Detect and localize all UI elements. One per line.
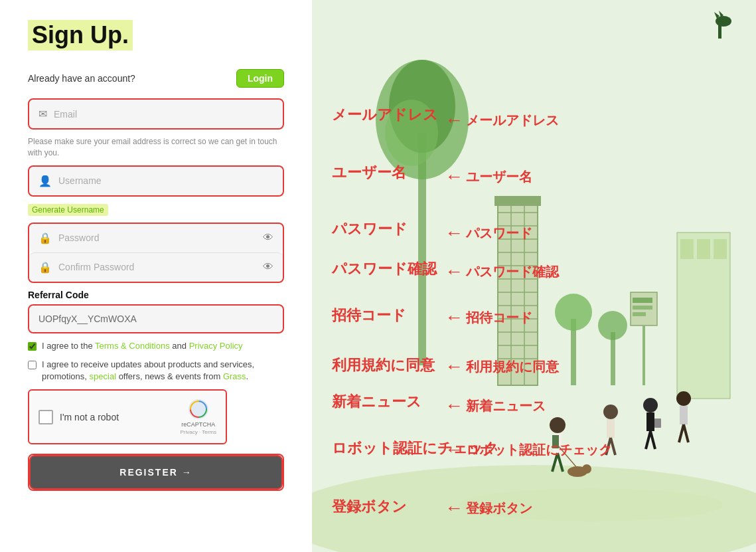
svg-rect-29 [697, 239, 710, 259]
username-field-group: 👤 [28, 165, 284, 197]
svg-rect-30 [714, 239, 727, 259]
svg-rect-53 [643, 325, 645, 385]
privacy-link[interactable]: Privacy Policy [189, 341, 243, 351]
recaptcha-logo-icon [188, 399, 209, 420]
svg-rect-44 [646, 413, 654, 431]
terms-checkbox-row: I agree to the Terms & Conditions and Pr… [28, 340, 284, 352]
arrow-terms: ← 利用規約に同意 [445, 356, 559, 377]
recaptcha-left: I'm not a robot [38, 410, 119, 424]
recaptcha-brand-text: reCAPTCHA [181, 421, 215, 428]
svg-point-24 [555, 294, 592, 331]
login-button[interactable]: Login [236, 69, 284, 88]
referral-label: Referral Code [28, 290, 284, 300]
svg-rect-54 [633, 298, 652, 303]
recaptcha-links: Privacy · Terms [180, 429, 216, 435]
recaptcha-right: reCAPTCHA Privacy · Terms [180, 399, 216, 435]
username-input[interactable] [58, 175, 273, 186]
svg-rect-56 [633, 312, 646, 316]
lock-icon: 🔒 [38, 232, 52, 244]
annotation-register: 登録ボタン [332, 497, 407, 517]
arrow-register: ← 登録ボタン [445, 498, 532, 519]
annotation-confirm: パスワード確認 [332, 259, 437, 279]
recaptcha-text: I'm not a robot [60, 412, 119, 422]
register-button[interactable]: REGISTER → [29, 455, 283, 490]
right-panel: メールアドレス ユーザー名 パスワード パスワード確認 招待コード 利用規約に同… [312, 0, 756, 552]
referral-field-group [28, 304, 284, 333]
arrow-email: ← メールアドレス [445, 110, 559, 131]
svg-rect-55 [633, 306, 652, 310]
svg-point-26 [598, 311, 627, 340]
svg-rect-40 [607, 419, 615, 438]
arrow-password: ← パスワード [445, 223, 532, 244]
updates-label: I agree to receive updates about product… [42, 359, 284, 383]
svg-rect-28 [680, 239, 694, 259]
referral-input[interactable] [38, 314, 273, 324]
password-row: 🔒 👁 [29, 224, 283, 252]
annotation-terms: 利用規約に同意 [332, 355, 435, 375]
password-input[interactable] [58, 232, 256, 243]
svg-point-48 [676, 391, 691, 406]
svg-point-43 [643, 398, 658, 413]
already-text: Already have an account? [28, 73, 135, 84]
annotation-email: メールアドレス [332, 105, 438, 125]
terms-label: I agree to the Terms & Conditions and Pr… [42, 340, 243, 352]
grass-brand: Grass [223, 371, 246, 381]
arrow-updates: ← 新着ニュース [445, 395, 546, 416]
svg-point-31 [550, 417, 566, 433]
arrow-referral: ← 招待コード [445, 307, 532, 328]
updates-checkbox-row: I agree to receive updates about product… [28, 359, 284, 383]
referral-row [29, 306, 283, 332]
confirm-password-input[interactable] [58, 262, 256, 272]
updates-checkbox[interactable] [28, 361, 37, 369]
annotation-referral: 招待コード [332, 306, 406, 325]
svg-point-39 [603, 405, 618, 419]
confirm-password-row: 🔒 👁 [29, 252, 283, 282]
svg-rect-45 [654, 418, 661, 428]
svg-rect-49 [680, 406, 688, 424]
annotation-updates: 新着ニュース [332, 392, 421, 412]
email-icon: ✉ [38, 108, 47, 120]
annotation-password: パスワード [332, 219, 408, 239]
user-icon: 👤 [38, 175, 52, 187]
svg-point-37 [582, 464, 591, 474]
generate-username-link[interactable]: Generate Username [28, 204, 108, 216]
svg-rect-25 [611, 332, 615, 385]
register-container: REGISTER → [28, 454, 284, 491]
already-account-row: Already have an account? Login [28, 69, 284, 88]
username-row: 👤 [29, 167, 283, 195]
arrow-confirm: ← パスワード確認 [445, 261, 559, 282]
email-row: ✉ [29, 100, 283, 128]
annotation-username: ユーザー名 [332, 163, 406, 183]
left-panel: Sign Up. Already have an account? Login … [0, 0, 312, 552]
email-helper: Please make sure your email address is c… [28, 136, 284, 159]
annotation-captcha: ロボット認証にチェック [332, 438, 498, 458]
lock-confirm-icon: 🔒 [38, 261, 52, 274]
arrow-username: ← ユーザー名 [445, 166, 532, 187]
terms-link[interactable]: Terms & Conditions [95, 341, 170, 351]
svg-rect-8 [494, 196, 541, 206]
terms-checkbox[interactable] [28, 342, 37, 351]
confirm-eye-icon[interactable]: 👁 [263, 261, 273, 273]
email-field-group: ✉ [28, 98, 284, 130]
svg-rect-60 [718, 25, 721, 39]
page-title: Sign Up. [28, 20, 133, 50]
password-eye-icon[interactable]: 👁 [263, 232, 273, 244]
svg-point-0 [189, 399, 208, 419]
recaptcha-checkbox[interactable] [38, 410, 53, 424]
email-input[interactable] [54, 109, 273, 120]
recaptcha-box[interactable]: I'm not a robot reCAPTCHA Privacy · Term… [28, 389, 227, 444]
password-field-group: 🔒 👁 🔒 👁 [28, 223, 284, 283]
